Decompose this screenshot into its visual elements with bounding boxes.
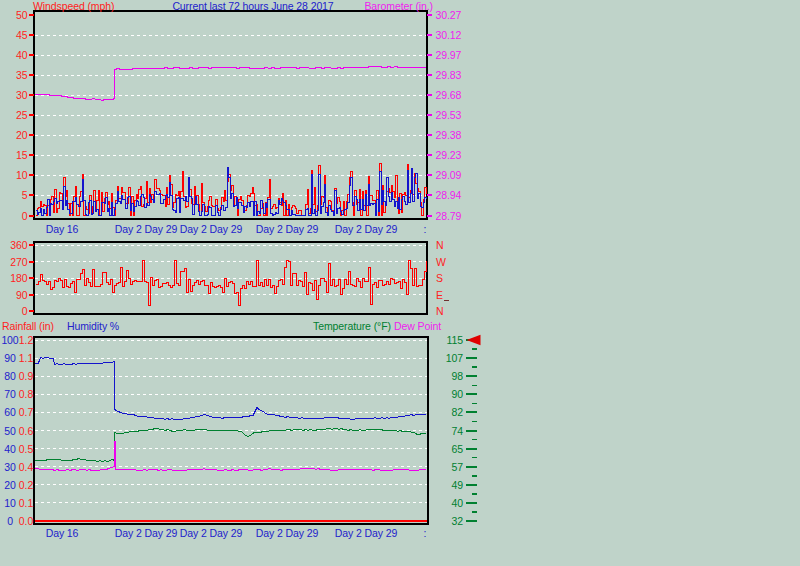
temperature-tick-label: 74 [452,425,464,437]
windspeed-tick-label: 0 [22,210,28,222]
rainfall-tick-label: 0.7 [19,406,34,418]
wind-direction-line [36,260,426,305]
direction-tick-label: 180 [10,272,27,284]
humidity-tick-label: 30 [4,461,16,473]
temperature-tick-label: 49 [452,479,464,491]
windspeed-tick-label: 15 [16,149,28,161]
humidity-tick-label: 80 [4,370,16,382]
rainfall-tick-label: 0.0 [19,515,34,527]
barometer-tick-label: 29.68 [436,89,462,101]
x-axis-day-label: : [424,527,427,539]
direction-tick-label: 270 [10,256,27,268]
barometer-tick-label: 29.83 [436,69,462,81]
temperature-line [35,429,426,462]
rainfall-tick-label: 0.9 [19,370,34,382]
dewpoint-axis-title: Dew Point [394,320,441,332]
x-axis-day-label: Day 2 Day 29 [256,223,319,235]
windspeed-tick-label: 35 [16,69,28,81]
rainfall-tick-label: 1.2 [19,334,34,346]
humidity-tick-label: 70 [4,388,16,400]
barometer-tick-label: 29.97 [436,49,462,61]
x-axis-day-label: Day 2 Day 29 [335,223,398,235]
temperature-tick-label: 98 [452,370,464,382]
windspeed-tick-label: 5 [22,189,28,201]
temperature-tick-label: 90 [452,388,464,400]
humidity-tick-label: 10 [4,497,16,509]
humidity-axis-title: Humidity % [67,320,119,332]
compass-label: E [436,289,443,301]
temperature-tick-label: 65 [452,443,464,455]
x-axis-day-label: Day 2 Day 29 [115,223,178,235]
barometer-line [35,67,426,101]
temperature-tick-label: 32 [452,515,464,527]
compass-label: N [436,239,443,251]
humidity-tick-label: 60 [4,406,16,418]
x-axis-day-label: : [424,223,427,235]
temperature-tick-label: 82 [452,406,464,418]
barometer-tick-label: 29.38 [436,129,462,141]
barometer-tick-label: 28.94 [436,189,462,201]
barometer-tick-label: 30.12 [436,29,462,41]
humidity-tick-label: 40 [4,443,16,455]
windspeed-tick-label: 45 [16,29,28,41]
direction-tick-label: 90 [16,289,28,301]
rainfall-tick-label: 0.1 [19,497,34,509]
rainfall-tick-label: 0.8 [19,388,34,400]
dew-point-line [35,442,426,471]
weather-dashboard: 5030.274530.124029.973529.833029.682529.… [0,0,800,566]
humidity-tick-label: 100 [1,334,18,346]
rainfall-tick-label: 0.2 [19,479,34,491]
page-title: Current last 72 hours June 28 2017 [172,0,333,12]
windspeed-tick-label: 30 [16,89,28,101]
rainfall-tick-label: 1.1 [19,352,34,364]
x-axis-day-label: Day 2 Day 29 [180,527,243,539]
x-axis-day-label: Day 16 [46,527,79,539]
temperature-tick-label: 40 [452,497,464,509]
x-axis-day-label: Day 16 [46,223,79,235]
x-axis-day-label: Day 2 Day 29 [115,527,178,539]
windspeed-axis-title: Windspeed (mph) [33,0,114,12]
direction-tick-label: 0 [22,305,28,317]
temperature-tick-label: 57 [452,461,464,473]
humidity-tick-label: 20 [4,479,16,491]
barometer-tick-label: 30.27 [436,9,462,21]
rainfall-tick-label: 0.4 [19,461,34,473]
direction-tick-label: 360 [10,239,27,251]
compass-label: S [436,272,443,284]
temperature-tick-label: 107 [446,352,463,364]
barometer-tick-label: 29.53 [436,109,462,121]
barometer-axis-title: Barometer (in.) [364,0,433,12]
barometer-tick-label: 29.09 [436,169,462,181]
compass-label: N [436,305,443,317]
charts-canvas: 5030.274530.124029.973529.833029.682529.… [0,0,800,566]
windspeed-gust-line [36,164,426,215]
humidity-tick-label: 90 [4,352,16,364]
humidity-line [35,358,426,420]
humidity-tick-label: 50 [4,425,16,437]
humidity-tick-label: 0 [7,515,13,527]
windspeed-tick-label: 20 [16,129,28,141]
rainfall-tick-label: 0.5 [19,443,34,455]
rainfall-axis-title: Rainfall (in) [2,320,54,332]
rainfall-tick-label: 0.6 [19,425,34,437]
x-axis-day-label: Day 2 Day 29 [335,527,398,539]
temperature-max-marker [467,335,481,345]
temperature-axis-title: Temperature (°F) [313,320,391,332]
barometer-tick-label: 28.79 [436,210,462,222]
windspeed-tick-label: 25 [16,109,28,121]
x-axis-day-label: Day 2 Day 29 [256,527,319,539]
compass-label: W [436,256,446,268]
temperature-tick-label: 115 [447,334,464,346]
windspeed-tick-label: 10 [16,169,28,181]
windspeed-tick-label: 40 [16,49,28,61]
windspeed-tick-label: 50 [16,9,28,21]
x-axis-day-label: Day 2 Day 29 [180,223,243,235]
barometer-tick-label: 29.23 [436,149,462,161]
